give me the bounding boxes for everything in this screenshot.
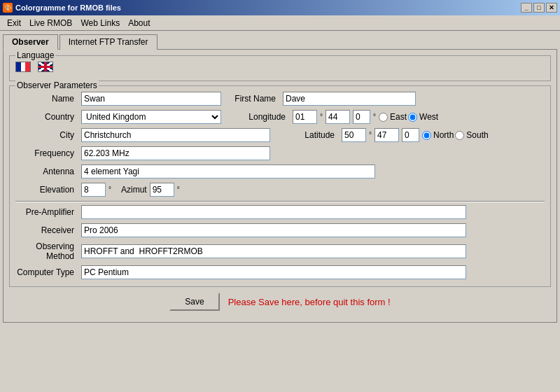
- save-button[interactable]: Save: [169, 293, 219, 311]
- firstname-input[interactable]: [283, 92, 416, 106]
- app-icon: 🎨: [3, 3, 13, 13]
- preamplifier-label: Pre-Amplifier: [15, 207, 78, 217]
- preamplifier-row: Pre-Amplifier: [15, 205, 545, 219]
- save-message: Please Save here, before quit this form …: [228, 297, 391, 307]
- maximize-button[interactable]: □: [533, 3, 545, 13]
- tab-observer[interactable]: Observer: [3, 34, 58, 50]
- computer-label: Computer Type: [15, 267, 78, 277]
- window-controls: _ □ ✕: [521, 3, 557, 13]
- frequency-row: Frequency: [15, 146, 545, 160]
- azimuth-label: Azimut: [121, 185, 147, 195]
- west-radio[interactable]: [408, 113, 417, 122]
- separator: [15, 201, 545, 202]
- menu-exit[interactable]: Exit: [3, 17, 25, 29]
- latitude-min-input[interactable]: [374, 128, 399, 142]
- name-row: Name First Name: [15, 92, 545, 106]
- observing-row: Observing Method: [15, 241, 545, 261]
- menu-about[interactable]: About: [124, 17, 154, 29]
- city-label: City: [15, 130, 78, 140]
- antenna-input[interactable]: [81, 164, 375, 178]
- longitude-min-input[interactable]: [326, 110, 350, 124]
- main-content: Language Observer Parameters Name First …: [3, 49, 557, 323]
- ns-radio-group: North South: [422, 130, 489, 140]
- deg-symbol-azim: °: [177, 186, 180, 193]
- east-label: East: [390, 112, 407, 122]
- south-radio[interactable]: [455, 131, 464, 140]
- tab-ftp[interactable]: Internet FTP Transfer: [59, 34, 158, 50]
- observing-label: Observing Method: [15, 241, 78, 261]
- observer-params-group: Observer Parameters Name First Name Coun…: [9, 85, 551, 287]
- flag-french[interactable]: [15, 62, 31, 72]
- country-label: Country: [15, 112, 78, 122]
- menu-web-links[interactable]: Web Links: [76, 17, 124, 29]
- north-label: North: [433, 130, 454, 140]
- west-label: West: [419, 112, 438, 122]
- receiver-label: Receiver: [15, 225, 78, 235]
- computer-input[interactable]: [81, 265, 466, 279]
- close-button[interactable]: ✕: [546, 3, 557, 13]
- menu-bar: Exit Live RMOB Web Links About: [0, 15, 560, 31]
- title-bar: 🎨 Colorgramme for RMOB files _ □ ✕: [0, 0, 560, 15]
- south-label: South: [466, 130, 488, 140]
- language-legend: Language: [15, 50, 55, 60]
- receiver-input[interactable]: [81, 223, 466, 237]
- elevation-label: Elevation: [15, 185, 78, 195]
- minimize-button[interactable]: _: [521, 3, 532, 13]
- name-label: Name: [15, 94, 78, 104]
- computer-row: Computer Type: [15, 265, 545, 279]
- deg-symbol-long: °: [320, 113, 323, 120]
- language-row: [15, 59, 545, 76]
- deg-symbol-long2: °: [373, 113, 376, 120]
- north-radio[interactable]: [422, 131, 431, 140]
- longitude-sec-input[interactable]: [353, 110, 370, 124]
- latitude-label: Latitude: [283, 130, 339, 140]
- country-select[interactable]: United Kingdom France Germany USA: [81, 110, 221, 124]
- ew-radio-group: East West: [379, 112, 438, 122]
- longitude-deg-input[interactable]: [293, 110, 317, 124]
- deg-symbol-lat: °: [369, 132, 372, 139]
- azimuth-input[interactable]: [150, 183, 174, 197]
- latitude-sec-input[interactable]: [402, 128, 419, 142]
- east-radio[interactable]: [379, 113, 388, 122]
- city-input[interactable]: [81, 128, 270, 142]
- deg-symbol-elev: °: [108, 186, 111, 193]
- elevation-row: Elevation ° Azimut °: [15, 183, 545, 197]
- country-row: Country United Kingdom France Germany US…: [15, 110, 545, 124]
- name-input[interactable]: [81, 92, 221, 106]
- longitude-label: Longitude: [234, 112, 290, 122]
- antenna-row: Antenna: [15, 164, 545, 178]
- latitude-deg-input[interactable]: [342, 128, 366, 142]
- elevation-input[interactable]: [81, 183, 106, 197]
- observer-params-legend: Observer Parameters: [15, 80, 99, 90]
- flag-english[interactable]: [38, 62, 53, 72]
- observing-input[interactable]: [81, 244, 466, 258]
- tab-bar: Observer Internet FTP Transfer: [0, 31, 560, 49]
- preamplifier-input[interactable]: [81, 205, 466, 219]
- city-row: City Latitude ° North South: [15, 128, 545, 142]
- window-title: Colorgramme for RMOB files: [15, 4, 121, 12]
- receiver-row: Receiver: [15, 223, 545, 237]
- save-section: Save Please Save here, before quit this …: [9, 287, 551, 316]
- frequency-label: Frequency: [15, 148, 78, 158]
- antenna-label: Antenna: [15, 167, 78, 176]
- firstname-label: First Name: [224, 94, 280, 104]
- frequency-input[interactable]: [81, 146, 270, 160]
- menu-live-rmob[interactable]: Live RMOB: [25, 17, 76, 29]
